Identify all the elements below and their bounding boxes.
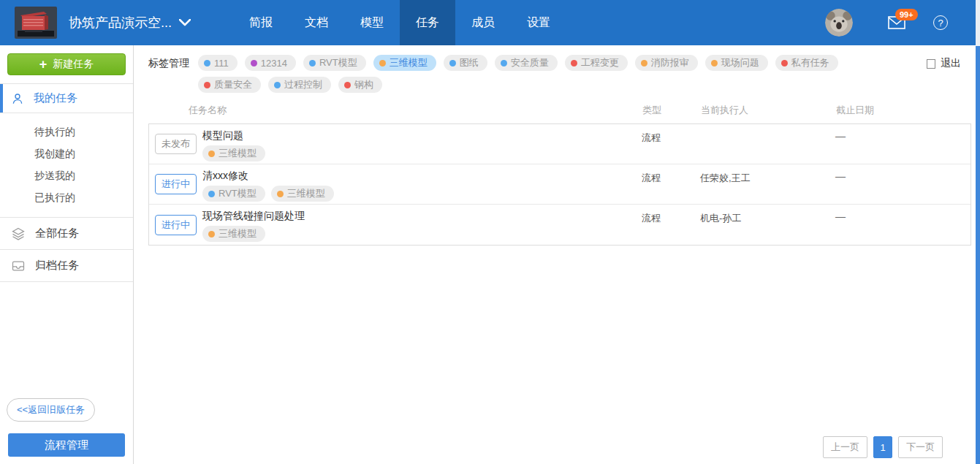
tag-color-dot [251,60,257,66]
col-executor: 当前执行人 [701,104,836,117]
nav-tab[interactable]: 任务 [400,0,455,45]
plus-icon: + [39,58,48,71]
next-page-button[interactable]: 下一页 [898,436,943,458]
status-cell: 进行中 [149,164,202,204]
tag-color-dot [571,60,577,66]
current-page[interactable]: 1 [873,436,892,458]
archive-icon [11,259,26,273]
workspace-logo[interactable] [15,7,57,39]
col-due-date: 截止日期 [836,104,971,117]
nav-tab[interactable]: 文档 [289,0,344,45]
task-due-date: — [835,205,970,245]
tag-label: 12314 [261,58,287,69]
task-title[interactable]: 现场管线碰撞问题处理 [202,210,642,223]
nav-tab[interactable]: 成员 [455,0,511,45]
chevron-down-icon[interactable] [179,19,191,26]
tag-color-dot [208,151,215,157]
header-right: 99+ ? [825,9,948,37]
help-icon[interactable]: ? [933,15,948,30]
sidebar-item-archived-tasks[interactable]: 归档任务 [0,250,133,282]
name-cell: 模型问题 三维模型 [202,124,642,164]
tag-pill[interactable]: 图纸 [444,55,487,71]
body-row: + 新建任务 我的任务 待执行的我创建的抄送我的已执行的 全部任务 [0,45,980,464]
task-tags: RVT模型 三维模型 [202,186,642,202]
tag-color-dot [309,60,316,66]
table-row[interactable]: 未发布 模型问题 三维模型 流程 — [149,124,970,164]
back-to-old-version-button[interactable]: <<返回旧版任务 [7,398,95,422]
tag-bar: 标签管理 111 12314 RVT模型 三维模型 [134,45,980,93]
user-avatar[interactable] [825,9,853,37]
workspace-title[interactable]: 协筑产品演示空... [69,14,172,31]
layers-icon [11,227,26,241]
vertical-scrollbar[interactable] [976,0,980,464]
col-task-name: 任务名称 [148,104,642,117]
avatar-image [825,9,853,37]
message-count-badge: 99+ [895,9,918,20]
nav-tab[interactable]: 设置 [511,0,566,45]
new-task-label: 新建任务 [53,58,94,71]
task-title[interactable]: 清xxx修改 [202,170,642,183]
building-render-image [15,7,57,39]
col-type: 类型 [642,104,701,117]
tag-pill[interactable]: 工程变更 [565,55,628,71]
tag-color-dot [781,60,788,66]
tag-label: 三维模型 [219,227,257,240]
sidebar: + 新建任务 我的任务 待执行的我创建的抄送我的已执行的 全部任务 [0,45,134,464]
status-badge: 进行中 [155,215,197,235]
tag-label: 钢构 [354,78,373,91]
task-tags: 三维模型 [202,145,642,161]
tag-label: RVT模型 [219,187,257,200]
sidebar-subitem[interactable]: 待执行的 [0,121,133,142]
pagination: 上一页 1 下一页 [823,436,943,458]
tag-pill[interactable]: 钢构 [338,77,382,93]
table-row[interactable]: 进行中 现场管线碰撞问题处理 三维模型 流程 机电-孙工 — [149,205,970,245]
tag-pill[interactable]: RVT模型 [303,55,366,71]
sidebar-subitem[interactable]: 抄送我的 [0,164,133,186]
logout-icon [927,59,935,69]
task-title[interactable]: 模型问题 [202,129,642,142]
tag-color-dot [204,82,210,88]
tag-color-dot [501,60,507,66]
sidebar-subitem[interactable]: 已执行的 [0,186,133,208]
nav-tab[interactable]: 简报 [233,0,289,45]
sidebar-subitem[interactable]: 我创建的 [0,142,133,164]
messages-button[interactable]: 99+ [888,16,905,29]
tag-label: 三维模型 [219,147,257,160]
tag-pill[interactable]: 12314 [245,55,296,71]
tag-pill[interactable]: 消防报审 [635,55,698,71]
sidebar-item-all-tasks[interactable]: 全部任务 [0,218,133,250]
tag-label: 图纸 [460,56,479,69]
task-tag-pill: RVT模型 [202,186,265,202]
tag-pill[interactable]: 111 [198,55,238,71]
scrollbar-thumb[interactable] [976,46,980,464]
tag-pill[interactable]: 过程控制 [268,77,331,93]
process-management-button[interactable]: 流程管理 [8,433,125,457]
task-due-date: — [835,124,970,164]
active-indicator [0,84,3,113]
task-type: 流程 [642,205,700,245]
tag-pill[interactable]: 三维模型 [373,55,436,71]
tag-label: 质量安全 [214,78,252,91]
task-table: 未发布 模型问题 三维模型 流程 — [148,123,971,246]
nav-tab[interactable]: 模型 [344,0,400,45]
tag-manager-label[interactable]: 标签管理 [148,55,189,71]
tag-color-dot [277,191,284,197]
user-icon [11,92,24,105]
table-row[interactable]: 进行中 清xxx修改 RVT模型 三维模型 [149,164,970,205]
tag-color-dot [274,82,281,88]
name-cell: 清xxx修改 RVT模型 三维模型 [202,164,642,204]
table-header: 任务名称 类型 当前执行人 截止日期 [134,104,980,117]
question-glyph: ? [938,18,943,28]
new-task-button[interactable]: + 新建任务 [7,53,126,75]
tag-pill[interactable]: 安全质量 [495,55,558,71]
task-tags: 三维模型 [202,226,642,242]
tag-pill[interactable]: 现场问题 [705,55,768,71]
status-badge: 未发布 [155,134,197,154]
tag-label: 安全质量 [511,56,549,69]
prev-page-button[interactable]: 上一页 [823,436,867,458]
logout-button[interactable]: 退出 [927,57,961,70]
tag-pill[interactable]: 私有任务 [775,55,838,71]
sidebar-item-my-tasks[interactable]: 我的任务 [0,83,133,113]
tag-pill[interactable]: 质量安全 [198,77,261,93]
name-cell: 现场管线碰撞问题处理 三维模型 [202,205,642,245]
